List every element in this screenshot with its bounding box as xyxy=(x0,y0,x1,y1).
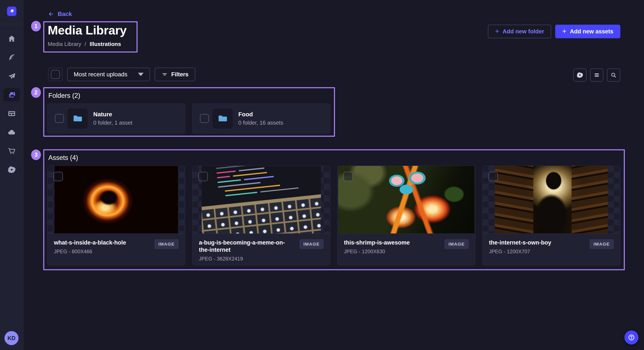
folder-name: Food xyxy=(238,111,283,118)
list-view-icon xyxy=(593,71,600,79)
filters-button[interactable]: Filters xyxy=(154,68,195,81)
filters-label: Filters xyxy=(171,71,188,78)
asset-footer: what-s-inside-a-black-hole JPEG - 800X46… xyxy=(48,233,185,265)
asset-titles: this-shrimp-is-awesome JPEG - 1200X630 xyxy=(344,239,440,255)
asset-card-bug-meme[interactable]: a-bug-is-becoming-a-meme-on-the-internet… xyxy=(192,166,330,265)
search-button[interactable] xyxy=(607,68,620,82)
toolbar: Most recent uploads Filters xyxy=(48,68,195,81)
sidebar-item-home[interactable] xyxy=(0,29,24,48)
asset-name: a-bug-is-becoming-a-meme-on-the-internet xyxy=(199,239,295,254)
list-view-button[interactable] xyxy=(590,68,603,82)
sidebar-nav xyxy=(0,29,24,179)
asset-titles: what-s-inside-a-black-hole JPEG - 800X46… xyxy=(54,239,150,255)
asset-card-shrimp[interactable]: this-shrimp-is-awesome JPEG - 1200X630 I… xyxy=(337,166,475,265)
home-icon xyxy=(7,34,16,43)
back-label: Back xyxy=(58,11,72,17)
sidebar: KD xyxy=(0,0,24,350)
folders-heading: Folders (2) xyxy=(48,92,80,100)
sort-dropdown[interactable]: Most recent uploads xyxy=(67,68,150,81)
asset-name: what-s-inside-a-black-hole xyxy=(54,239,150,246)
asset-checkbox[interactable] xyxy=(54,172,63,181)
gear-icon xyxy=(576,71,584,79)
asset-image-library xyxy=(495,166,608,233)
asset-name: this-shrimp-is-awesome xyxy=(344,239,440,246)
asset-preview xyxy=(48,166,185,233)
asset-footer: a-bug-is-becoming-a-meme-on-the-internet… xyxy=(192,233,330,265)
folder-tile xyxy=(212,108,233,129)
sidebar-item-marketplace[interactable] xyxy=(0,142,24,160)
folder-meta: 0 folder, 16 assets xyxy=(238,120,283,126)
breadcrumb-parent[interactable]: Media Library xyxy=(48,41,81,47)
strapi-logo[interactable] xyxy=(7,6,16,16)
cloud-icon xyxy=(7,128,16,137)
asset-type-badge: IMAGE xyxy=(590,239,614,249)
search-icon xyxy=(610,71,617,79)
add-new-folder-button[interactable]: + Add new folder xyxy=(488,25,551,38)
help-button[interactable] xyxy=(624,331,638,345)
folder-card-nature[interactable]: Nature 0 folder, 1 asset xyxy=(47,104,185,133)
back-link[interactable]: Back xyxy=(48,11,72,17)
asset-titles: a-bug-is-becoming-a-meme-on-the-internet… xyxy=(199,239,295,262)
folder-checkbox[interactable] xyxy=(55,114,64,123)
asset-meta: JPEG - 1200X630 xyxy=(344,249,440,255)
asset-name: the-internet-s-own-boy xyxy=(489,239,585,246)
sidebar-divider xyxy=(0,24,24,24)
sidebar-item-releases[interactable] xyxy=(0,67,24,85)
media-library-icon xyxy=(7,90,16,99)
folder-checkbox[interactable] xyxy=(200,114,209,123)
layout-icon xyxy=(7,109,16,118)
add-new-assets-button[interactable]: + Add new assets xyxy=(555,25,620,38)
asset-checkbox[interactable] xyxy=(198,172,208,181)
asset-meta: JPEG - 1200X707 xyxy=(489,249,585,255)
checkbox xyxy=(51,70,60,79)
annotation-marker-1: 1 xyxy=(31,21,41,31)
asset-type-badge: IMAGE xyxy=(444,239,469,249)
add-folder-label: Add new folder xyxy=(502,28,544,35)
filter-icon xyxy=(162,71,168,78)
sort-value: Most recent uploads xyxy=(74,71,127,78)
folder-icon xyxy=(73,114,83,123)
strapi-logo-icon xyxy=(9,8,14,14)
sidebar-item-cloud[interactable] xyxy=(0,123,24,142)
sidebar-item-content[interactable] xyxy=(0,48,24,67)
asset-checkbox[interactable] xyxy=(488,172,498,181)
asset-card-black-hole[interactable]: what-s-inside-a-black-hole JPEG - 800X46… xyxy=(47,166,185,265)
select-all-checkbox[interactable] xyxy=(48,68,62,81)
asset-image-laptop-code xyxy=(202,166,321,233)
folder-info: Food 0 folder, 16 assets xyxy=(238,111,283,126)
annotation-marker-3: 3 xyxy=(31,150,41,160)
cart-icon xyxy=(7,147,16,156)
folder-info: Nature 0 folder, 1 asset xyxy=(93,111,132,126)
asset-meta: JPEG - 800X466 xyxy=(54,249,150,255)
gear-icon xyxy=(7,165,16,174)
sidebar-item-content-type-builder[interactable] xyxy=(0,104,24,123)
header-actions: + Add new folder + Add new assets xyxy=(488,25,620,38)
asset-checkbox[interactable] xyxy=(344,172,353,181)
folder-card-food[interactable]: Food 0 folder, 16 assets xyxy=(192,104,330,133)
sidebar-item-settings[interactable] xyxy=(0,160,24,179)
asset-preview xyxy=(482,166,620,233)
folders-row: Nature 0 folder, 1 asset Food 0 folder, … xyxy=(47,104,330,133)
breadcrumb-separator: / xyxy=(85,41,86,47)
asset-footer: the-internet-s-own-boy JPEG - 1200X707 I… xyxy=(482,233,620,265)
asset-type-badge: IMAGE xyxy=(154,239,179,249)
paper-plane-icon xyxy=(7,72,16,81)
asset-meta: JPEG - 3628X2419 xyxy=(199,256,295,262)
sidebar-item-media-library[interactable] xyxy=(0,85,24,104)
folder-tile xyxy=(68,108,88,129)
arrow-left-icon xyxy=(48,11,54,17)
assets-heading: Assets (4) xyxy=(48,154,78,162)
settings-button[interactable] xyxy=(573,68,586,82)
asset-image-black-hole xyxy=(54,166,178,233)
asset-preview xyxy=(338,166,475,233)
feather-icon xyxy=(7,53,16,62)
asset-titles: the-internet-s-own-boy JPEG - 1200X707 xyxy=(489,239,585,255)
folder-icon xyxy=(218,114,228,123)
user-avatar[interactable]: KD xyxy=(4,331,18,345)
folder-meta: 0 folder, 1 asset xyxy=(93,120,132,126)
annotation-marker-2: 2 xyxy=(31,87,41,98)
view-options xyxy=(573,68,620,82)
asset-image-shrimp xyxy=(338,166,474,233)
asset-card-internets-own-boy[interactable]: the-internet-s-own-boy JPEG - 1200X707 I… xyxy=(482,166,620,265)
page-title: Media Library xyxy=(48,23,127,37)
